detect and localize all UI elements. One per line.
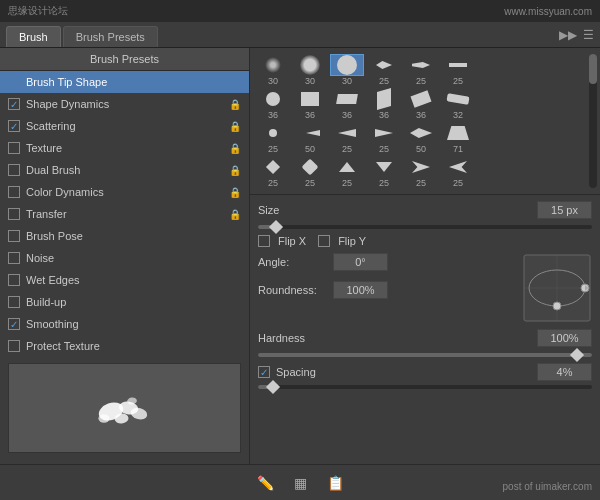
flip-x-checkbox[interactable] bbox=[258, 235, 270, 247]
size-slider-track[interactable] bbox=[258, 225, 592, 229]
brush-row-3: 25 50 25 bbox=[256, 122, 582, 154]
tool-icon-1[interactable]: ✏️ bbox=[253, 471, 278, 495]
brush-shape bbox=[259, 54, 287, 76]
smoothing-checkbox[interactable] bbox=[8, 318, 20, 330]
sidebar-item-color-dynamics[interactable]: Color Dynamics 🔒 bbox=[0, 181, 249, 203]
sidebar-item-wet-edges[interactable]: Wet Edges bbox=[0, 269, 249, 291]
size-slider-thumb[interactable] bbox=[269, 220, 283, 234]
brush-cell[interactable]: 25 bbox=[441, 54, 475, 86]
brush-cell[interactable]: 32 bbox=[441, 88, 475, 120]
noise-label: Noise bbox=[26, 252, 241, 264]
brush-cell[interactable]: 30 bbox=[256, 54, 290, 86]
brush-cell[interactable]: 25 bbox=[367, 156, 401, 188]
brush-cell[interactable]: 25 bbox=[367, 54, 401, 86]
brush-cell[interactable]: 50 bbox=[404, 122, 438, 154]
spacing-value[interactable]: 4% bbox=[537, 363, 592, 381]
brush-cell-selected[interactable]: 30 bbox=[330, 54, 364, 86]
sidebar-item-texture[interactable]: Texture 🔒 bbox=[0, 137, 249, 159]
shape-dynamics-label: Shape Dynamics bbox=[26, 98, 229, 110]
grid-scrollbar-thumb[interactable] bbox=[589, 54, 597, 84]
brush-cell[interactable]: 25 bbox=[441, 156, 475, 188]
brush-cell[interactable]: 25 bbox=[293, 156, 327, 188]
hardness-value[interactable]: 100% bbox=[537, 329, 592, 347]
brush-cell[interactable]: 36 bbox=[330, 88, 364, 120]
hardness-slider-track[interactable] bbox=[258, 353, 592, 357]
angle-value[interactable]: 0° bbox=[333, 253, 388, 271]
brush-cell[interactable]: 50 bbox=[293, 122, 327, 154]
sidebar-item-build-up[interactable]: Build-up bbox=[0, 291, 249, 313]
brush-preview-svg bbox=[90, 383, 160, 433]
sidebar-item-brush-pose[interactable]: Brush Pose bbox=[0, 225, 249, 247]
sidebar-item-shape-dynamics[interactable]: Shape Dynamics 🔒 bbox=[0, 93, 249, 115]
tool-icon-3[interactable]: 📋 bbox=[323, 471, 348, 495]
brush-cell[interactable]: 25 bbox=[256, 156, 290, 188]
brush-cell[interactable]: 71 bbox=[441, 122, 475, 154]
brush-cell[interactable]: 25 bbox=[330, 122, 364, 154]
hardness-slider-fill bbox=[258, 353, 592, 357]
color-dynamics-checkbox[interactable] bbox=[8, 186, 20, 198]
hardness-row: Hardness 100% bbox=[258, 329, 592, 347]
hardness-label: Hardness bbox=[258, 332, 338, 344]
brush-grid: 30 30 30 bbox=[250, 48, 600, 195]
texture-checkbox[interactable] bbox=[8, 142, 20, 154]
spacing-slider[interactable] bbox=[258, 385, 592, 389]
spacing-slider-thumb[interactable] bbox=[266, 380, 280, 394]
sidebar-item-scattering[interactable]: Scattering 🔒 bbox=[0, 115, 249, 137]
brush-cell[interactable]: 36 bbox=[293, 88, 327, 120]
brush-size: 25 bbox=[268, 178, 278, 188]
sidebar-item-noise[interactable]: Noise bbox=[0, 247, 249, 269]
brush-size: 25 bbox=[379, 178, 389, 188]
sidebar-item-protect-texture[interactable]: Protect Texture bbox=[0, 335, 249, 357]
angle-dial[interactable] bbox=[522, 253, 592, 323]
brush-shape bbox=[259, 88, 287, 110]
flip-y-checkbox[interactable] bbox=[318, 235, 330, 247]
hardness-slider[interactable] bbox=[258, 353, 592, 357]
transfer-checkbox[interactable] bbox=[8, 208, 20, 220]
tab-brush[interactable]: Brush bbox=[6, 26, 61, 47]
tab-brush-presets[interactable]: Brush Presets bbox=[63, 26, 158, 47]
sidebar-item-dual-brush[interactable]: Dual Brush 🔒 bbox=[0, 159, 249, 181]
angle-row: Angle: 0° bbox=[258, 253, 514, 271]
brush-cell[interactable]: 30 bbox=[293, 54, 327, 86]
size-value[interactable]: 15 px bbox=[537, 201, 592, 219]
shape-dynamics-checkbox[interactable] bbox=[8, 98, 20, 110]
brush-cell[interactable]: 25 bbox=[367, 122, 401, 154]
sidebar-item-brush-tip-shape[interactable]: Brush Tip Shape bbox=[0, 71, 249, 93]
noise-checkbox[interactable] bbox=[8, 252, 20, 264]
menu-icon[interactable]: ☰ bbox=[583, 28, 594, 42]
dual-brush-checkbox[interactable] bbox=[8, 164, 20, 176]
roundness-label: Roundness: bbox=[258, 284, 333, 296]
sidebar-item-smoothing[interactable]: Smoothing bbox=[0, 313, 249, 335]
brush-cell[interactable]: 25 bbox=[404, 156, 438, 188]
brush-cell[interactable]: 36 bbox=[404, 88, 438, 120]
sidebar-item-transfer[interactable]: Transfer 🔒 bbox=[0, 203, 249, 225]
brush-cell[interactable]: 36 bbox=[256, 88, 290, 120]
build-up-checkbox[interactable] bbox=[8, 296, 20, 308]
grid-scrollbar[interactable] bbox=[589, 54, 597, 188]
size-label: Size bbox=[258, 204, 338, 216]
forward-icon[interactable]: ▶▶ bbox=[559, 28, 577, 42]
brush-cell[interactable]: 25 bbox=[404, 54, 438, 86]
brush-size: 36 bbox=[342, 110, 352, 120]
spacing-slider-track[interactable] bbox=[258, 385, 592, 389]
brush-size: 25 bbox=[342, 144, 352, 154]
wet-edges-checkbox[interactable] bbox=[8, 274, 20, 286]
brush-shape bbox=[370, 88, 398, 110]
spacing-checkbox[interactable] bbox=[258, 366, 270, 378]
brush-row-2: 36 36 36 bbox=[256, 88, 582, 120]
brush-shape bbox=[296, 54, 324, 76]
brush-cell[interactable]: 25 bbox=[330, 156, 364, 188]
brush-pose-checkbox[interactable] bbox=[8, 230, 20, 242]
size-slider[interactable] bbox=[258, 225, 592, 229]
flip-x-label: Flip X bbox=[278, 235, 306, 247]
dial-container[interactable] bbox=[522, 253, 592, 323]
protect-texture-checkbox[interactable] bbox=[8, 340, 20, 352]
brush-tip-shape-label: Brush Tip Shape bbox=[26, 76, 241, 88]
brush-cell[interactable]: 36 bbox=[367, 88, 401, 120]
tool-icon-2[interactable]: ▦ bbox=[290, 471, 311, 495]
brush-cell[interactable]: 25 bbox=[256, 122, 290, 154]
brush-shape bbox=[407, 88, 435, 110]
roundness-value[interactable]: 100% bbox=[333, 281, 388, 299]
hardness-slider-thumb[interactable] bbox=[570, 348, 584, 362]
scattering-checkbox[interactable] bbox=[8, 120, 20, 132]
